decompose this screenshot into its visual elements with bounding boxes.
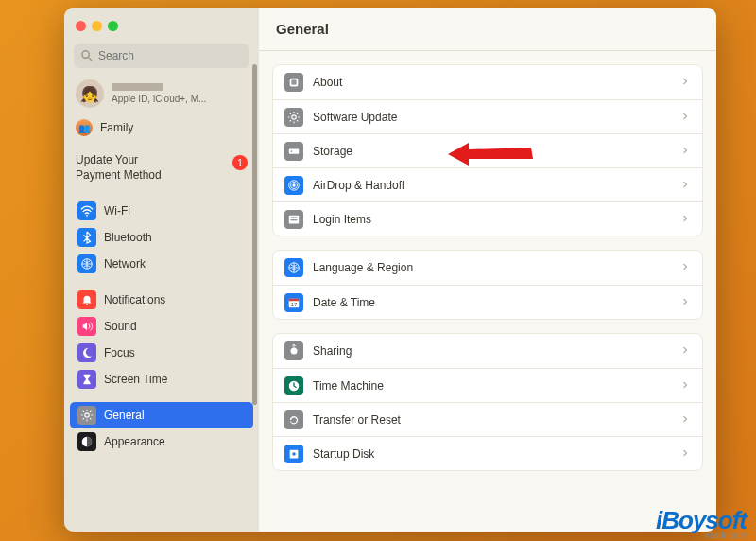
sidebar-item-bluetooth[interactable]: Bluetooth xyxy=(70,224,253,251)
sidebar-item-label: Bluetooth xyxy=(104,231,152,244)
sidebar-item-appearance[interactable]: Appearance xyxy=(70,428,253,455)
chevron-right-icon xyxy=(679,143,691,160)
moon-icon xyxy=(77,343,96,362)
sidebar-item-label: Focus xyxy=(104,346,135,359)
profile-row[interactable]: 👧 Apple ID, iCloud+, M... xyxy=(64,76,259,115)
sidebar-item-label: Sound xyxy=(104,320,137,333)
fullscreen-icon[interactable] xyxy=(108,21,118,31)
wifi-icon xyxy=(77,201,96,220)
chevron-right-icon xyxy=(679,377,691,394)
globe-icon xyxy=(284,258,303,277)
row-label: Language & Region xyxy=(313,261,670,274)
calendar-icon xyxy=(284,293,303,312)
row-transfer-or-reset[interactable]: Transfer or Reset xyxy=(273,402,702,436)
gear-icon xyxy=(284,108,303,127)
globe-icon xyxy=(77,254,96,273)
sidebar-item-label: General xyxy=(104,409,145,422)
chevron-right-icon xyxy=(679,177,691,194)
close-icon[interactable] xyxy=(76,21,86,31)
payment-notice[interactable]: Update Your Payment Method 1 xyxy=(64,148,259,188)
row-login-items[interactable]: Login Items xyxy=(273,201,702,236)
row-about[interactable]: About xyxy=(273,65,702,99)
sidebar-item-notifications[interactable]: Notifications xyxy=(70,287,253,313)
chevron-right-icon xyxy=(679,445,691,462)
profile-subtitle: Apple ID, iCloud+, M... xyxy=(112,94,248,104)
chevron-right-icon xyxy=(679,211,691,228)
chevron-right-icon xyxy=(679,294,691,311)
row-label: Sharing xyxy=(313,344,670,358)
hourglass-icon xyxy=(77,370,96,389)
search-icon xyxy=(79,48,94,62)
sidebar-item-label: Network xyxy=(104,257,146,270)
appearance-icon xyxy=(77,432,96,451)
page-title: General xyxy=(259,8,716,51)
sidebar-nav: Wi-FiBluetoothNetworkNotificationsSoundF… xyxy=(64,194,259,532)
row-label: About xyxy=(313,76,670,89)
row-label: Time Machine xyxy=(313,379,670,393)
sidebar-item-wi-fi[interactable]: Wi-Fi xyxy=(70,198,253,224)
sidebar-item-label: Notifications xyxy=(104,293,165,306)
settings-group: SharingTime MachineTransfer or ResetStar… xyxy=(272,333,703,471)
family-row[interactable]: 👥 Family xyxy=(64,115,259,140)
family-icon: 👥 xyxy=(76,119,93,136)
svg-line-1 xyxy=(88,57,92,61)
chevron-right-icon xyxy=(679,411,691,428)
svg-point-0 xyxy=(82,51,90,59)
scrollbar[interactable] xyxy=(252,64,257,405)
sidebar-item-network[interactable]: Network xyxy=(70,251,253,277)
row-label: Storage xyxy=(313,145,670,158)
avatar: 👧 xyxy=(76,79,104,108)
info-icon xyxy=(284,73,303,92)
search-input[interactable] xyxy=(74,44,249,68)
row-label: Transfer or Reset xyxy=(313,413,670,427)
login-icon xyxy=(284,210,303,229)
chevron-right-icon xyxy=(679,342,691,359)
row-language-region[interactable]: Language & Region xyxy=(273,251,702,285)
sidebar-item-label: Wi-Fi xyxy=(104,204,130,218)
gear-icon xyxy=(77,406,96,425)
row-date-time[interactable]: Date & Time xyxy=(273,285,702,319)
sidebar-item-general[interactable]: General xyxy=(70,402,253,428)
tm-icon xyxy=(284,376,303,395)
family-label: Family xyxy=(100,121,133,134)
row-label: AirDrop & Handoff xyxy=(313,179,670,192)
notification-badge: 1 xyxy=(232,155,248,170)
row-label: Startup Disk xyxy=(313,447,670,461)
settings-window: 👧 Apple ID, iCloud+, M... 👥 Family Updat… xyxy=(64,8,716,532)
row-software-update[interactable]: Software Update xyxy=(273,99,702,133)
sidebar-item-sound[interactable]: Sound xyxy=(70,313,253,340)
row-time-machine[interactable]: Time Machine xyxy=(273,368,702,402)
sidebar-item-label: Screen Time xyxy=(104,373,167,386)
row-startup-disk[interactable]: Startup Disk xyxy=(273,436,702,470)
row-label: Login Items xyxy=(313,213,670,226)
search-input-wrap xyxy=(74,44,249,68)
bt-icon xyxy=(77,228,96,247)
storage-icon xyxy=(284,142,303,161)
row-airdrop-handoff[interactable]: AirDrop & Handoff xyxy=(273,167,702,201)
profile-name-redacted xyxy=(112,83,163,91)
payment-line1: Update Your xyxy=(76,153,162,168)
settings-group: AboutSoftware UpdateStorageAirDrop & Han… xyxy=(272,64,703,236)
sidebar-item-screen-time[interactable]: Screen Time xyxy=(70,366,253,393)
window-controls xyxy=(64,8,259,44)
reset-icon xyxy=(284,410,303,429)
sidebar-item-label: Appearance xyxy=(104,435,165,448)
row-sharing[interactable]: Sharing xyxy=(273,334,702,368)
row-storage[interactable]: Storage xyxy=(273,133,702,167)
sidebar: 👧 Apple ID, iCloud+, M... 👥 Family Updat… xyxy=(64,8,259,532)
airdrop-icon xyxy=(284,176,303,195)
bell-icon xyxy=(77,290,96,309)
share-icon xyxy=(284,341,303,360)
footer-credit: wsxdn.com xyxy=(704,531,747,540)
main-body: AboutSoftware UpdateStorageAirDrop & Han… xyxy=(259,51,716,532)
minimize-icon[interactable] xyxy=(92,21,102,31)
sound-icon xyxy=(77,317,96,336)
row-label: Date & Time xyxy=(313,296,670,309)
settings-group: Language & RegionDate & Time xyxy=(272,250,703,320)
chevron-right-icon xyxy=(679,74,691,91)
row-label: Software Update xyxy=(313,111,670,124)
main-pane: General AboutSoftware UpdateStorageAirDr… xyxy=(259,8,716,532)
sidebar-item-focus[interactable]: Focus xyxy=(70,340,253,366)
disk-icon xyxy=(284,445,303,463)
chevron-right-icon xyxy=(679,109,691,126)
